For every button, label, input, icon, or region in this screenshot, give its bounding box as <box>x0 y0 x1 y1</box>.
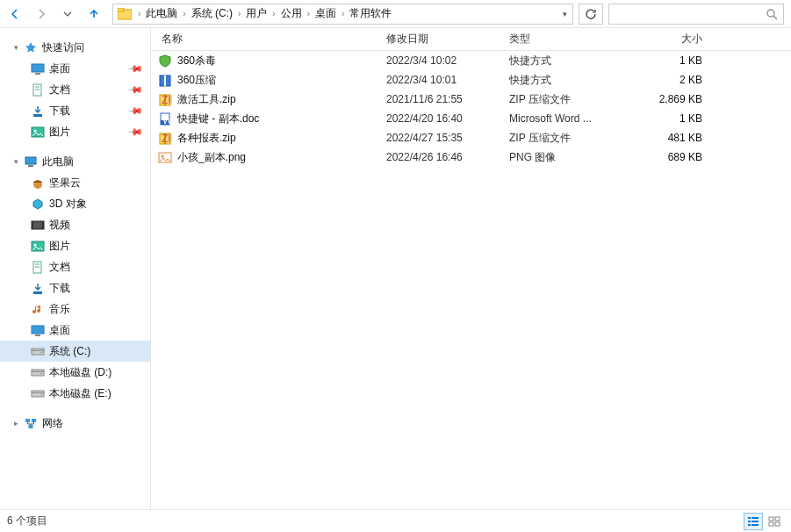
breadcrumb-item[interactable]: 系统 (C:) <box>188 7 236 19</box>
file-row[interactable]: ZIP激活工具.zip2021/11/6 21:55ZIP 压缩文件2,869 … <box>151 90 791 109</box>
svg-text:ZIP: ZIP <box>162 133 172 145</box>
chevron-right-icon[interactable]: › <box>306 9 312 18</box>
chevron-right-icon[interactable]: › <box>136 9 142 18</box>
breadcrumb-item[interactable]: 桌面 <box>312 7 340 19</box>
file-name: 小孩_副本.png <box>177 150 246 165</box>
file-name: 各种报表.zip <box>177 131 236 146</box>
svg-text:W: W <box>162 114 172 126</box>
column-date[interactable]: 修改日期 <box>376 32 499 47</box>
pin-icon: 📌 <box>126 81 143 97</box>
zip360-icon <box>158 73 172 87</box>
back-button[interactable] <box>5 4 25 24</box>
tree-label: 本地磁盘 (E:) <box>49 386 111 401</box>
tree-item-3D[interactable]: 3D 对象 <box>0 193 150 214</box>
refresh-button[interactable] <box>579 4 603 25</box>
recent-locations-button[interactable] <box>58 4 77 24</box>
tree-item-[interactable]: 文档 <box>0 256 150 277</box>
breadcrumb-item[interactable]: 公用 <box>277 7 306 19</box>
tree-item-[interactable]: ▾此电脑 <box>0 151 150 172</box>
svg-rect-31 <box>32 370 44 371</box>
svg-rect-1 <box>118 8 124 11</box>
file-name: 360杀毒 <box>177 54 216 68</box>
tree-item-E[interactable]: 本地磁盘 (E:) <box>0 383 150 404</box>
thumbnails-view-button[interactable] <box>765 513 784 530</box>
tree-item-[interactable]: ▾快速访问 <box>0 37 150 58</box>
svg-point-2 <box>767 10 774 17</box>
tree-item-[interactable]: 文档📌 <box>0 79 150 100</box>
expand-icon[interactable]: ▾ <box>14 157 23 166</box>
breadcrumb-item[interactable]: 此电脑 <box>142 7 181 19</box>
tree-item-[interactable]: 下载📌 <box>0 100 150 121</box>
file-size: 1 KB <box>622 112 718 125</box>
breadcrumb-item[interactable]: 用户 <box>242 7 270 19</box>
breadcrumb[interactable]: › 此电脑›系统 (C:)›用户›公用›桌面›常用软件 ▾ <box>112 4 573 25</box>
3d-icon <box>30 197 46 211</box>
pin-icon: 📌 <box>126 102 143 119</box>
svg-rect-26 <box>32 350 44 355</box>
breadcrumb-dropdown[interactable]: ▾ <box>557 10 572 18</box>
expand-icon[interactable]: ▸ <box>14 419 23 428</box>
tree-item-[interactable]: 视频 <box>0 214 150 235</box>
drive-icon <box>30 365 46 379</box>
search-input[interactable] <box>608 4 784 25</box>
svg-rect-23 <box>33 291 42 294</box>
star-icon <box>23 40 39 54</box>
desktop-icon <box>30 61 46 75</box>
file-type: ZIP 压缩文件 <box>499 131 622 146</box>
tree-item-[interactable]: 图片📌 <box>0 121 150 142</box>
tree-item-[interactable]: 图片 <box>0 235 150 256</box>
pictures-icon <box>30 239 46 253</box>
forward-button[interactable] <box>32 4 51 24</box>
file-row[interactable]: ZIP各种报表.zip2022/4/27 15:35ZIP 压缩文件481 KB <box>151 128 791 147</box>
navigation-pane[interactable]: ▾快速访问桌面📌文档📌下载📌图片📌▾此电脑坚果云3D 对象视频图片文档下载音乐桌… <box>0 28 151 509</box>
svg-rect-25 <box>35 334 40 336</box>
svg-rect-57 <box>769 517 773 521</box>
tree-item-[interactable]: 桌面 <box>0 320 150 341</box>
svg-rect-12 <box>25 157 36 164</box>
drive-icon <box>30 386 46 400</box>
documents-icon <box>30 83 46 97</box>
svg-rect-34 <box>32 391 44 392</box>
address-bar: › 此电脑›系统 (C:)›用户›公用›桌面›常用软件 ▾ <box>0 0 791 28</box>
file-row[interactable]: 360压缩2022/3/4 10:01快捷方式2 KB <box>151 70 791 90</box>
svg-point-33 <box>40 393 42 395</box>
svg-rect-9 <box>33 114 42 117</box>
tree-item-[interactable]: 坚果云 <box>0 172 150 193</box>
tree-item-[interactable]: 音乐 <box>0 298 150 320</box>
chevron-right-icon[interactable]: › <box>181 9 187 18</box>
column-name[interactable]: 名称 <box>151 32 376 47</box>
tree-label: 此电脑 <box>42 155 74 169</box>
svg-rect-39 <box>164 75 166 86</box>
tree-item-D[interactable]: 本地磁盘 (D:) <box>0 362 150 383</box>
svg-rect-54 <box>751 521 759 522</box>
tree-label: 本地磁盘 (D:) <box>49 365 111 380</box>
file-type: 快捷方式 <box>499 73 622 88</box>
details-view-button[interactable] <box>744 513 763 530</box>
up-button[interactable] <box>84 4 104 24</box>
expand-icon[interactable]: ▾ <box>14 43 23 52</box>
tree-item-[interactable]: ▸网络 <box>0 413 150 434</box>
drive-icon <box>30 344 46 358</box>
chevron-right-icon[interactable]: › <box>270 9 277 18</box>
file-date: 2022/4/27 15:35 <box>376 132 499 144</box>
svg-rect-58 <box>775 517 780 521</box>
image-icon <box>158 150 172 164</box>
file-row[interactable]: 360杀毒2022/3/4 10:02快捷方式1 KB <box>151 51 791 70</box>
file-date: 2022/3/4 10:02 <box>376 54 499 67</box>
file-type: ZIP 压缩文件 <box>499 92 622 107</box>
tree-item-[interactable]: 桌面📌 <box>0 58 150 79</box>
file-row[interactable]: 小孩_副本.png2022/4/26 16:46PNG 图像689 KB <box>151 147 791 167</box>
svg-rect-59 <box>769 522 773 526</box>
breadcrumb-item[interactable]: 常用软件 <box>346 7 395 19</box>
column-type[interactable]: 类型 <box>499 32 622 47</box>
tree-label: 文档 <box>49 260 70 275</box>
column-size[interactable]: 大小 <box>622 32 718 47</box>
svg-text:ZIP: ZIP <box>162 94 172 106</box>
tree-item-[interactable]: 下载 <box>0 277 150 298</box>
svg-rect-35 <box>25 419 30 422</box>
svg-rect-17 <box>42 221 44 229</box>
file-row[interactable]: W快捷键 - 副本.doc2022/4/20 16:40Microsoft Wo… <box>151 109 791 128</box>
doc-icon: W <box>158 111 172 126</box>
file-list: 名称 修改日期 类型 大小 360杀毒2022/3/4 10:02快捷方式1 K… <box>151 28 791 509</box>
tree-item-C[interactable]: 系统 (C:) <box>0 341 150 362</box>
